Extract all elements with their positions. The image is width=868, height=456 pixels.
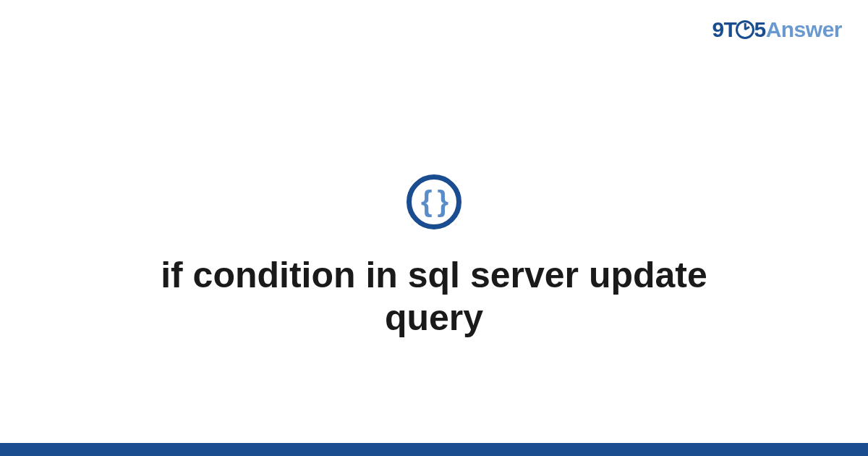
page-title: if condition in sql server update query [109, 254, 760, 339]
main-content: { } if condition in sql server update qu… [0, 87, 868, 427]
clock-icon [736, 20, 754, 39]
logo-part-nine: 9 [712, 17, 723, 41]
logo-part-t: T [724, 17, 737, 41]
braces-glyph: { } [421, 187, 447, 216]
footer-accent-bar [0, 443, 868, 456]
site-logo[interactable]: 9T5Answer [712, 17, 842, 42]
logo-part-answer: Answer [766, 17, 842, 41]
logo-part-five: 5 [754, 17, 765, 41]
code-braces-icon: { } [407, 174, 461, 229]
